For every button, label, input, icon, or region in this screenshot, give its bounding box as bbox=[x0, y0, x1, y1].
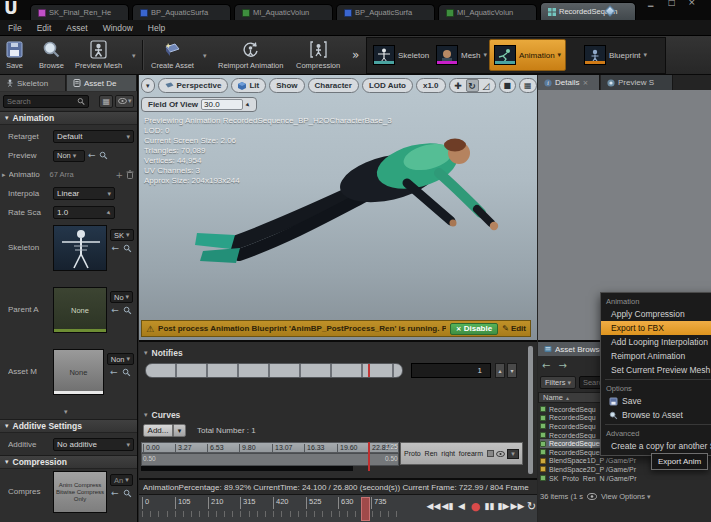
use-selected-arrow-icon[interactable]: ← bbox=[111, 306, 119, 315]
browse-button[interactable]: Browse bbox=[36, 38, 67, 72]
curve-options-button[interactable]: ▾ bbox=[507, 449, 519, 459]
browse-to-icon[interactable] bbox=[123, 306, 132, 315]
skeleton-thumbnail[interactable] bbox=[53, 225, 107, 271]
browse-to-icon[interactable] bbox=[99, 151, 108, 160]
curve-name-panel[interactable]: Proto_Ren_right_forearm ▾ bbox=[400, 442, 523, 465]
menu-item-export-to-fbx[interactable]: Export to FBX bbox=[601, 321, 711, 335]
mode-blueprint[interactable]: Blueprint ▾ bbox=[580, 39, 651, 71]
menu-item-save[interactable]: Save bbox=[601, 394, 711, 408]
section-compression[interactable]: ▾ Compression bbox=[0, 455, 137, 469]
fov-input[interactable] bbox=[201, 99, 243, 110]
notifies-header[interactable]: ▾ Notifies bbox=[144, 348, 183, 358]
forward-arrow-icon[interactable]: → bbox=[558, 360, 566, 371]
menu-window[interactable]: Window bbox=[103, 23, 133, 33]
tab-asset-details[interactable]: Asset De bbox=[67, 75, 137, 91]
view-options-button[interactable]: View Options ▾ bbox=[601, 492, 651, 501]
frame-ruler-strip[interactable]: 0 105 210 315 420 525 630 735 ◀◀ ◀▮ ◀ ● … bbox=[139, 494, 537, 522]
preview-viewport[interactable]: ▾ Perspective Lit Show Character LOD Aut… bbox=[139, 75, 537, 340]
rate-scale-field[interactable]: 1.0▾ bbox=[53, 206, 115, 219]
asset-mapping-combo[interactable]: Non▾ bbox=[107, 353, 134, 365]
parent-asset-combo[interactable]: No▾ bbox=[110, 291, 133, 303]
coordinate-space-button[interactable]: ■ bbox=[499, 78, 517, 93]
back-arrow-icon[interactable]: ← bbox=[542, 360, 550, 371]
step-forward-button[interactable]: ▮▶ bbox=[497, 499, 510, 513]
doc-tab-blueprint-1[interactable]: BP_AquaticSurfa bbox=[132, 4, 231, 20]
doc-tab-recorded-sequence[interactable]: RecordedSequen bbox=[540, 2, 636, 20]
browse-to-icon[interactable] bbox=[123, 244, 132, 253]
save-button[interactable]: Save bbox=[2, 38, 27, 72]
menu-item-add-looping-interpolation[interactable]: Add Looping Interpolation bbox=[601, 335, 711, 349]
menu-item-apply-compression[interactable]: Apply Compression bbox=[601, 307, 711, 321]
camera-mode-button[interactable]: Perspective bbox=[158, 78, 229, 93]
maximize-button[interactable]: □ bbox=[668, 0, 676, 7]
notifies-track-count-field[interactable]: 1 bbox=[411, 363, 491, 378]
character-button[interactable]: Character bbox=[308, 78, 359, 93]
use-selected-arrow-icon[interactable]: ← bbox=[88, 151, 96, 160]
notifies-playhead[interactable] bbox=[368, 364, 370, 377]
asset-row[interactable]: SK_Proto_Ren_N /Game/Pr bbox=[540, 474, 690, 483]
tab-close-icon[interactable]: × bbox=[582, 79, 588, 87]
compression-button[interactable]: Compression bbox=[293, 38, 343, 72]
curves-header[interactable]: ▾ Curves bbox=[144, 410, 180, 420]
preview-combo[interactable]: Non▾ bbox=[53, 150, 85, 162]
visibility-filter-button[interactable]: ▾ bbox=[115, 95, 134, 108]
curve-time-ruler[interactable]: 0.00 3.27 6.53 9.80 13.07 16.33 19.60 22… bbox=[141, 442, 399, 453]
menu-edit[interactable]: Edit bbox=[37, 23, 52, 33]
curve-playhead[interactable] bbox=[368, 442, 370, 471]
doc-tab-skeletal-mesh[interactable]: SK_Final_Ren_He bbox=[30, 4, 129, 20]
mode-mesh[interactable]: Mesh ▾ bbox=[432, 39, 491, 71]
mode-mesh-caret-icon[interactable]: ▾ bbox=[484, 51, 488, 59]
curve-track-scrollbar[interactable] bbox=[141, 466, 353, 471]
loop-button[interactable]: ↻ bbox=[525, 499, 538, 513]
mode-skeleton[interactable]: Skeleton bbox=[369, 39, 433, 71]
curve-checkbox[interactable] bbox=[487, 450, 494, 457]
tab-details[interactable]: i Details × bbox=[538, 75, 600, 90]
doc-tab-blueprint-2[interactable]: BP_AquaticSurfa bbox=[336, 4, 435, 20]
use-selected-arrow-icon[interactable]: ← bbox=[110, 368, 118, 377]
tab-skeleton-tree[interactable]: Skeleton bbox=[0, 75, 66, 91]
go-to-front-button[interactable]: ◀◀ bbox=[427, 499, 440, 513]
menu-item-reimport-animation[interactable]: Reimport Animation bbox=[601, 349, 711, 363]
use-selected-arrow-icon[interactable]: ← bbox=[111, 244, 119, 253]
step-backward-button[interactable]: ◀▮ bbox=[441, 499, 454, 513]
edit-button[interactable]: ✎ Edit bbox=[502, 324, 526, 333]
section-animation[interactable]: ▾ Animation bbox=[0, 111, 137, 125]
compression-combo[interactable]: An▾ bbox=[110, 474, 133, 486]
browse-to-icon[interactable] bbox=[123, 489, 132, 498]
viewport-options-button[interactable]: ▾ bbox=[141, 78, 155, 93]
retarget-combo[interactable]: Default▾ bbox=[53, 130, 134, 143]
pause-button[interactable]: ▮▮ bbox=[483, 499, 496, 513]
skeleton-combo[interactable]: SK▾ bbox=[110, 229, 134, 241]
use-selected-arrow-icon[interactable]: ← bbox=[111, 489, 119, 498]
menu-help[interactable]: Help bbox=[148, 23, 165, 33]
browse-to-icon[interactable] bbox=[122, 368, 131, 377]
row-expander-icon[interactable]: ▸ bbox=[2, 171, 6, 179]
additive-combo[interactable]: No additive▾ bbox=[53, 438, 134, 451]
trash-icon[interactable] bbox=[126, 170, 134, 179]
notifies-track[interactable] bbox=[145, 363, 403, 378]
add-curve-caret-button[interactable]: ▾ bbox=[173, 424, 186, 437]
interpolation-combo[interactable]: Linear▾ bbox=[53, 187, 115, 200]
show-button[interactable]: Show bbox=[269, 78, 304, 93]
menu-file[interactable]: File bbox=[8, 23, 22, 33]
doc-tab-material-2[interactable]: MI_AquaticVolun bbox=[438, 4, 537, 20]
minimize-button[interactable]: ▁ bbox=[648, 0, 653, 7]
create-asset-button[interactable]: Create Asset bbox=[148, 38, 197, 72]
preview-mesh-caret-icon[interactable]: ▾ bbox=[132, 52, 136, 60]
track-remove-spinner-down[interactable]: ▾ bbox=[507, 363, 517, 378]
scale-tool-icon[interactable]: ◿ bbox=[480, 79, 493, 92]
add-element-icon[interactable]: + bbox=[115, 170, 123, 180]
disable-button[interactable]: × Disable bbox=[450, 323, 498, 335]
curve-track[interactable] bbox=[141, 453, 399, 466]
reimport-animation-button[interactable]: Reimport Animation bbox=[215, 38, 286, 72]
snap-settings-button[interactable]: ▦ bbox=[519, 78, 537, 93]
play-reverse-button[interactable]: ◀ bbox=[455, 499, 468, 513]
asset-mapping-thumbnail[interactable]: None bbox=[53, 349, 104, 395]
filters-button[interactable]: Filters ▾ bbox=[540, 376, 576, 389]
grid-view-button[interactable]: ▦ bbox=[99, 95, 113, 108]
doc-tab-material-1[interactable]: MI_AquaticVolun bbox=[234, 4, 333, 20]
mode-animation-caret-icon[interactable]: ▾ bbox=[558, 51, 562, 59]
add-curve-button[interactable]: Add... bbox=[143, 424, 173, 437]
vertical-scrollbar[interactable] bbox=[528, 346, 533, 474]
section-additive-settings[interactable]: ▾ Additive Settings bbox=[0, 419, 137, 433]
